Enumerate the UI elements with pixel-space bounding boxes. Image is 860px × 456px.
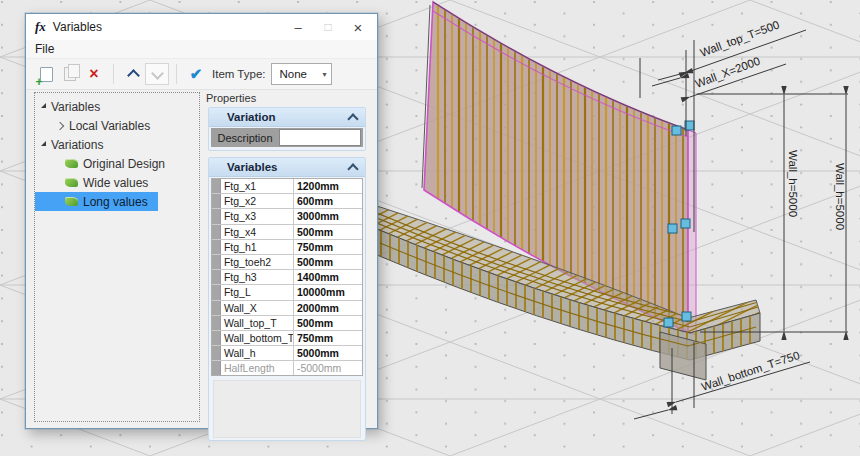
variable-value[interactable]: 500mm	[294, 255, 362, 269]
row-header	[212, 179, 221, 193]
row-header	[212, 346, 221, 360]
variable-name: HalfLength	[221, 361, 294, 375]
variable-name: Wall_bottom_T	[221, 331, 294, 345]
table-row: Ftg_x4500mm	[212, 225, 362, 240]
handle[interactable]	[682, 312, 691, 321]
variable-value[interactable]: 500mm	[294, 225, 362, 239]
group-title: Variation	[227, 111, 276, 123]
variable-value[interactable]: 10000mm	[294, 285, 362, 299]
variable-value[interactable]: 750mm	[294, 331, 362, 345]
handle[interactable]	[672, 126, 681, 135]
delete-button[interactable]: ×	[82, 62, 106, 86]
tree-item-wide-values[interactable]: Wide values	[35, 173, 199, 192]
row-header	[212, 316, 221, 330]
handle[interactable]	[681, 219, 690, 228]
row-header	[212, 225, 221, 239]
variable-name: Ftg_h3	[221, 270, 294, 284]
variable-name: Wall_h	[221, 346, 294, 360]
variable-name: Wall_top_T	[221, 316, 294, 330]
variable-value[interactable]: 5000mm	[294, 346, 362, 360]
tree-label: Variables	[51, 100, 100, 114]
add-variable-button[interactable]: +	[34, 62, 58, 86]
table-row-disabled: HalfLength-5000mm	[212, 361, 362, 375]
maximize-button: □	[313, 15, 343, 39]
table-row: Wall_bottom_T750mm	[212, 331, 362, 346]
variables-group-header[interactable]: Variables	[209, 158, 365, 177]
copy-icon	[64, 67, 76, 81]
collapse-chevron-icon[interactable]	[347, 113, 358, 124]
tree-label: Wide values	[83, 176, 148, 190]
move-up-button[interactable]	[121, 62, 145, 86]
toolbar-separator	[113, 64, 114, 84]
variables-table: Ftg_x11200mm Ftg_x2600mm Ftg_x33000mm Ft…	[211, 178, 363, 376]
apply-button[interactable]: ✔	[184, 62, 208, 86]
variable-value[interactable]: 750mm	[294, 240, 362, 254]
description-label: Description	[211, 132, 279, 144]
variation-icon	[65, 178, 78, 187]
table-row: Ftg_x33000mm	[212, 209, 362, 224]
collapse-chevron-icon[interactable]	[347, 163, 358, 174]
variable-value[interactable]: 2000mm	[294, 301, 362, 315]
handle[interactable]	[668, 224, 677, 233]
dim-wall-h-2: Wall_h=5000	[834, 163, 846, 230]
expanded-triangle-icon[interactable]	[41, 141, 46, 146]
tree-label: Local Variables	[69, 119, 150, 133]
minimize-button[interactable]: –	[283, 15, 313, 39]
item-type-dropdown[interactable]: None ▾	[271, 63, 332, 85]
fx-app-icon: fx	[35, 19, 46, 35]
group-title: Variables	[227, 161, 278, 173]
properties-panel: Properties Variation Description Variabl…	[204, 90, 370, 422]
item-type-label: Item Type:	[212, 68, 265, 80]
move-down-button	[145, 63, 169, 85]
chevron-up-icon	[127, 69, 140, 82]
new-page-icon: +	[40, 67, 53, 82]
row-header	[212, 209, 221, 223]
handle[interactable]	[664, 318, 673, 327]
expanded-triangle-icon[interactable]	[41, 103, 46, 108]
variables-window: fx Variables – □ × File + × ✔ Item Type:…	[25, 13, 378, 429]
variable-name: Ftg_h1	[221, 240, 294, 254]
tree-label: Variations	[51, 138, 103, 152]
table-row: Ftg_toeh2500mm	[212, 255, 362, 270]
chevron-down-icon	[151, 67, 164, 80]
variable-value[interactable]: 3000mm	[294, 209, 362, 223]
check-icon: ✔	[190, 65, 203, 83]
menu-bar: File	[26, 40, 377, 59]
variable-value[interactable]: 1200mm	[294, 179, 362, 193]
toolbar-separator	[176, 64, 177, 84]
variable-name: Ftg_toeh2	[221, 255, 294, 269]
collapsed-chevron-icon[interactable]	[56, 121, 64, 129]
row-header	[212, 301, 221, 315]
variation-icon	[65, 197, 78, 206]
tree-label: Original Design	[83, 157, 165, 171]
variation-group-header[interactable]: Variation	[209, 108, 365, 127]
table-row: Wall_top_T500mm	[212, 316, 362, 331]
row-header	[212, 255, 221, 269]
toolbar: + × ✔ Item Type: None ▾	[26, 59, 377, 90]
item-type-value: None	[279, 68, 307, 80]
variable-name: Ftg_x1	[221, 179, 294, 193]
tree-item-original-design[interactable]: Original Design	[35, 154, 199, 173]
table-row: Wall_h5000mm	[212, 346, 362, 361]
menu-file[interactable]: File	[26, 42, 63, 56]
dim-wall-h-1: Wall_h=5000	[787, 150, 799, 217]
variable-name: Ftg_L	[221, 285, 294, 299]
properties-label: Properties	[206, 92, 370, 104]
variable-value[interactable]: 600mm	[294, 194, 362, 208]
variable-value: -5000mm	[294, 361, 362, 375]
close-button[interactable]: ×	[343, 15, 373, 39]
tree-node-variables[interactable]: Variables	[35, 97, 199, 116]
title-bar[interactable]: fx Variables – □ ×	[26, 14, 377, 40]
variable-value[interactable]: 1400mm	[294, 270, 362, 284]
table-row: Ftg_x11200mm	[212, 179, 362, 194]
description-input[interactable]	[279, 129, 361, 146]
variable-value[interactable]: 500mm	[294, 316, 362, 330]
row-header	[212, 240, 221, 254]
tree-node-variations[interactable]: Variations	[35, 135, 199, 154]
variables-group: Variables Ftg_x11200mm Ftg_x2600mm Ftg_x…	[208, 157, 366, 441]
copy-button[interactable]	[58, 62, 82, 86]
table-row: Ftg_h31400mm	[212, 270, 362, 285]
tree-node-local-variables[interactable]: Local Variables	[35, 116, 199, 135]
table-row: Wall_X2000mm	[212, 301, 362, 316]
tree-item-long-values[interactable]: Long values	[35, 192, 199, 211]
